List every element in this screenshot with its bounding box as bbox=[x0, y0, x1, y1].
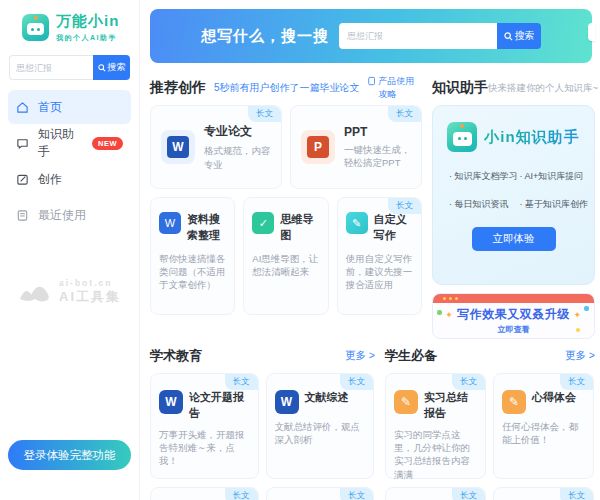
long-text-badge: 长文 bbox=[225, 488, 258, 500]
card-desc: 文献总结评价，观点深入剖析 bbox=[275, 420, 366, 447]
section-title: 学术教育 bbox=[150, 347, 202, 365]
card-professional-paper[interactable]: 长文 W 专业论文 格式规范，内容专业 bbox=[150, 105, 282, 189]
mindmap-icon: ✓ bbox=[252, 212, 274, 234]
card-internship-report[interactable]: 长文 ✎ 实习总结报告 实习的同学点这里，几分钟让你的实习总结报告内容满满 bbox=[385, 373, 486, 479]
product-guide-link[interactable]: 产品使用攻略 bbox=[368, 75, 422, 100]
feature-item: · 知识库文档学习 bbox=[449, 170, 518, 183]
long-text-badge: 长文 bbox=[452, 374, 485, 390]
knowledge-title: 知识助手 bbox=[432, 79, 488, 97]
sidebar-search-button[interactable]: 搜索 bbox=[93, 55, 130, 80]
hero-banner: 想写什么，搜一搜 搜索 bbox=[150, 9, 592, 63]
card-ppt[interactable]: 长文 P PPT 一键快速生成，轻松搞定PPT bbox=[290, 105, 422, 189]
promo-banner[interactable]: ✦ 写作效果又双叒升级 ✦ 立即查看 bbox=[432, 293, 595, 339]
long-text-badge: 长文 bbox=[452, 488, 485, 500]
more-link[interactable]: 更多 > bbox=[345, 349, 375, 363]
robot-logo-icon bbox=[22, 14, 49, 41]
sidebar-item-knowledge[interactable]: 知识助手 NEW bbox=[8, 126, 131, 160]
card-partial[interactable]: 长文 bbox=[150, 487, 259, 500]
feature-item: · AI+知识库提问 bbox=[520, 170, 589, 183]
card-title: PPT bbox=[344, 125, 411, 139]
promo-cta: 立即查看 bbox=[433, 324, 594, 335]
card-mindmap[interactable]: ✓ 思维导图 AI思维导图，让想法清晰起来 bbox=[243, 197, 328, 315]
section-student: 学生必备 更多 > 长文 ✎ 实习总结报告 实习的同学点这里，几分钟让你的实习总… bbox=[385, 343, 595, 500]
card-desc: 万事开头难，开题报告特别难～来，点我！ bbox=[159, 428, 250, 468]
ppt-icon: P bbox=[301, 130, 335, 164]
sidebar-item-create[interactable]: 创作 bbox=[8, 162, 131, 196]
word-icon: W bbox=[161, 130, 195, 164]
chat-icon bbox=[16, 137, 29, 150]
watermark-line2: AI工具集 bbox=[59, 288, 121, 306]
word-icon: W bbox=[159, 390, 183, 414]
card-desc: 格式规范，内容专业 bbox=[204, 144, 271, 171]
report-icon: ✎ bbox=[394, 390, 418, 414]
card-title: 论文开题报告 bbox=[189, 390, 250, 422]
app-subtitle: 我的个人AI助手 bbox=[56, 33, 119, 43]
card-partial[interactable]: 长文 bbox=[493, 487, 594, 500]
long-text-badge: 长文 bbox=[340, 374, 373, 390]
section-academic: 学术教育 更多 > 长文 W 论文开题报告 万事开头难，开题报告特别难～来，点我… bbox=[150, 343, 375, 500]
card-title: 实习总结报告 bbox=[424, 390, 477, 422]
banner-title: 想写什么，搜一搜 bbox=[201, 27, 329, 46]
more-link[interactable]: 更多 > bbox=[565, 349, 595, 363]
card-desc: 实习的同学点这里，几分钟让你的实习总结报告内容满满 bbox=[394, 428, 477, 481]
card-title: 思维导图 bbox=[280, 212, 319, 244]
card-partial[interactable]: 长文 bbox=[385, 487, 486, 500]
banner-search-button[interactable]: 搜索 bbox=[497, 23, 541, 49]
card-desc: AI思维导图，让想法清晰起来 bbox=[252, 252, 319, 279]
long-text-badge: 长文 bbox=[225, 374, 258, 390]
word-icon: W bbox=[275, 390, 299, 414]
edit-icon bbox=[16, 173, 29, 186]
card-title: 自定义写作 bbox=[374, 212, 413, 244]
long-text-badge: 长文 bbox=[388, 106, 421, 122]
card-title: 文献综述 bbox=[305, 390, 349, 406]
knowledge-section: 知识助手 快来搭建你的个人知识库~ 小in知识助手 · 知识库文档学习 · AI… bbox=[432, 71, 595, 339]
app-title: 万能小in bbox=[56, 12, 119, 31]
long-text-badge: 长文 bbox=[560, 488, 593, 500]
report-icon: ✎ bbox=[502, 390, 526, 414]
activity-ticker: 5秒前有用户创作了一篇毕业论文 bbox=[214, 81, 368, 95]
card-partial[interactable]: 长文 bbox=[266, 487, 375, 500]
sidebar-item-recent[interactable]: 最近使用 bbox=[8, 198, 131, 232]
feature-item: · 每日知识资讯 bbox=[449, 198, 518, 211]
recent-icon bbox=[16, 209, 29, 222]
card-desc: 一键快速生成，轻松搞定PPT bbox=[344, 143, 411, 170]
app-window: 万能小in 我的个人AI助手 搜索 首页 bbox=[0, 0, 600, 500]
promo-title: ✦ 写作效果又双叒升级 ✦ bbox=[433, 306, 594, 323]
card-research-search[interactable]: W 资料搜索整理 帮你快速搞懂各类问题（不适用于文章创作） bbox=[150, 197, 235, 315]
card-reflections[interactable]: 长文 ✎ 心得体会 任何心得体会，都能上价值！ bbox=[493, 373, 594, 479]
sidebar-item-home[interactable]: 首页 bbox=[8, 90, 131, 124]
main-content: 想写什么，搜一搜 搜索 推荐创作 5秒前有用户创作了一篇毕业论文 bbox=[141, 0, 600, 500]
search-icon bbox=[98, 64, 106, 72]
long-text-badge: 长文 bbox=[340, 488, 373, 500]
card-desc: 帮你快速搞懂各类问题（不适用于文章创作） bbox=[159, 252, 226, 292]
card-literature-review[interactable]: 长文 W 文献综述 文献总结评价，观点深入剖析 bbox=[266, 373, 375, 479]
floating-widget[interactable] bbox=[588, 23, 595, 41]
login-button[interactable]: 登录体验完整功能 bbox=[8, 440, 131, 470]
feature-item: · 基于知识库创作 bbox=[520, 198, 589, 211]
card-desc: 任何心得体会，都能上价值！ bbox=[502, 420, 585, 447]
card-title: 资料搜索整理 bbox=[187, 212, 226, 244]
pen-icon: ✎ bbox=[346, 212, 368, 234]
knowledge-panel: 小in知识助手 · 知识库文档学习 · AI+知识库提问 · 每日知识资讯 · … bbox=[432, 105, 595, 285]
watermark: ai-bot.cn AI工具集 bbox=[0, 278, 140, 306]
section-title: 学生必备 bbox=[385, 347, 437, 365]
new-badge: NEW bbox=[92, 137, 123, 150]
long-text-badge: 长文 bbox=[388, 198, 421, 214]
try-now-button[interactable]: 立即体验 bbox=[472, 227, 556, 251]
card-custom-writing[interactable]: 长文 ✎ 自定义写作 使用自定义写作前，建议先搜一搜合适应用 bbox=[337, 197, 422, 315]
card-thesis-proposal[interactable]: 长文 W 论文开题报告 万事开头难，开题报告特别难～来，点我！ bbox=[150, 373, 259, 479]
banner-search-input[interactable] bbox=[339, 23, 497, 49]
recommend-title: 推荐创作 bbox=[150, 79, 206, 97]
sidebar-nav: 首页 知识助手 NEW 创作 bbox=[0, 90, 139, 232]
doc-search-icon: W bbox=[159, 212, 181, 234]
banner-search: 搜索 bbox=[339, 23, 541, 49]
card-title: 专业论文 bbox=[204, 123, 271, 140]
home-icon bbox=[16, 101, 29, 114]
robot-logo-icon bbox=[447, 122, 477, 152]
document-icon bbox=[368, 76, 375, 86]
sidebar-search-input[interactable] bbox=[9, 55, 93, 80]
knowledge-panel-title: 小in知识助手 bbox=[484, 128, 579, 147]
card-desc: 使用自定义写作前，建议先搜一搜合适应用 bbox=[346, 252, 413, 292]
recommend-section: 推荐创作 5秒前有用户创作了一篇毕业论文 产品使用攻略 长文 W bbox=[150, 71, 422, 339]
long-text-badge: 长文 bbox=[248, 106, 281, 122]
